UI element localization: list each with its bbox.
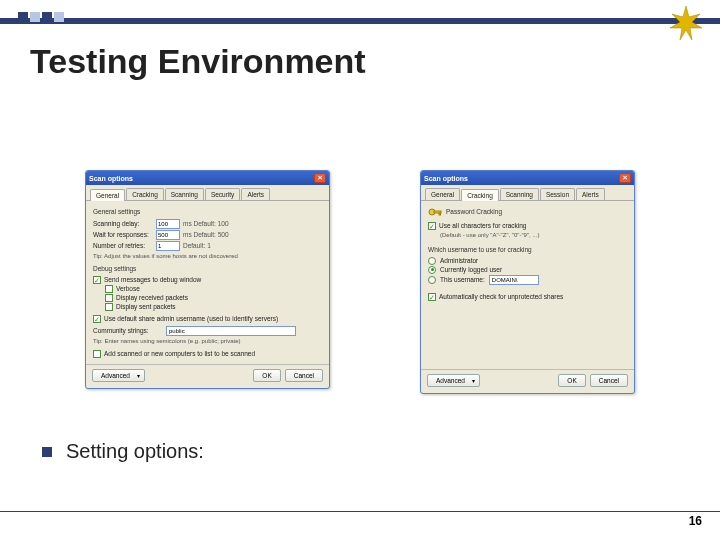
default-chars-note: (Default - use only "A"-"Z", "0"-"9", ..…: [440, 232, 627, 240]
wait-responses-label: Wait for responses:: [93, 231, 153, 239]
advanced-button[interactable]: Advanced: [92, 369, 145, 382]
cancel-button[interactable]: Cancel: [590, 374, 628, 387]
tab-general[interactable]: General: [425, 188, 460, 200]
community-strings-input[interactable]: [166, 326, 296, 336]
svg-marker-0: [670, 6, 702, 40]
page-number: 16: [689, 514, 702, 528]
tab-cracking[interactable]: Cracking: [126, 188, 164, 200]
checkbox-auto-check[interactable]: ✓: [428, 293, 436, 301]
scanning-delay-hint: ms Default: 100: [183, 220, 229, 228]
logo-icon: [662, 4, 710, 46]
advanced-button[interactable]: Advanced: [427, 374, 480, 387]
titlebar[interactable]: Scan options ×: [86, 171, 329, 185]
checkbox-add-scanned[interactable]: [93, 350, 101, 358]
key-icon: [428, 206, 442, 218]
checkbox-add-scanned-label: Add scanned or new computers to list to …: [104, 350, 255, 358]
radio-current-user-label: Currently logged user: [440, 266, 502, 274]
bullet-icon: [42, 447, 52, 457]
scan-options-dialog-cracking: Scan options × General Cracking Scanning…: [420, 170, 635, 394]
radio-this-username-label: This username:: [440, 276, 485, 284]
tab-security[interactable]: Security: [205, 188, 240, 200]
checkbox-use-share-label: Use default share admin username (used t…: [104, 315, 278, 323]
retries-label: Number of retries:: [93, 242, 153, 250]
cancel-button[interactable]: Cancel: [285, 369, 323, 382]
checkbox-display-received[interactable]: [105, 294, 113, 302]
checkbox-use-share[interactable]: ✓: [93, 315, 101, 323]
tab-session[interactable]: Session: [540, 188, 575, 200]
titlebar[interactable]: Scan options ×: [421, 171, 634, 185]
tab-scanning[interactable]: Scanning: [500, 188, 539, 200]
dialog-title: Scan options: [89, 175, 133, 182]
checkbox-display-sent-label: Display sent packets: [116, 303, 176, 311]
checkbox-display-sent[interactable]: [105, 303, 113, 311]
checkbox-auto-check-label: Automatically check for unprotected shar…: [439, 293, 563, 301]
radio-this-username[interactable]: [428, 276, 436, 284]
checkbox-verbose-label: Verbose: [116, 285, 140, 293]
tab-scanning[interactable]: Scanning: [165, 188, 204, 200]
wait-responses-input[interactable]: [156, 230, 180, 240]
checkbox-all-chars[interactable]: ✓: [428, 222, 436, 230]
radio-administrator-label: Administrator: [440, 257, 478, 265]
wait-responses-hint: ms Default: 500: [183, 231, 229, 239]
community-strings-label: Community strings:: [93, 327, 163, 335]
tab-cracking[interactable]: Cracking: [461, 189, 499, 201]
checkbox-all-chars-label: Use all characters for cracking: [439, 222, 526, 230]
footer-line: [0, 511, 720, 512]
tab-alerts[interactable]: Alerts: [241, 188, 270, 200]
close-icon[interactable]: ×: [314, 173, 326, 183]
password-cracking-title: Password Cracking: [446, 208, 502, 216]
tip-community: Tip: Enter names using semicolons (e.g. …: [93, 338, 322, 346]
checkbox-send-debug[interactable]: ✓: [93, 276, 101, 284]
slide-title: Testing Environment: [30, 42, 366, 81]
this-username-input[interactable]: [489, 275, 539, 285]
scan-options-dialog-general: Scan options × General Cracking Scanning…: [85, 170, 330, 389]
dialog-title: Scan options: [424, 175, 468, 182]
tab-alerts[interactable]: Alerts: [576, 188, 605, 200]
checkbox-send-debug-label: Send messages to debug window: [104, 276, 201, 284]
close-icon[interactable]: ×: [619, 173, 631, 183]
retries-hint: Default: 1: [183, 242, 211, 250]
tabs: General Cracking Scanning Session Alerts: [421, 185, 634, 201]
button-row: Advanced OK Cancel: [86, 364, 329, 388]
scanning-delay-label: Scanning delay:: [93, 220, 153, 228]
scanning-delay-input[interactable]: [156, 219, 180, 229]
header-squares: [18, 12, 64, 22]
radio-current-user[interactable]: [428, 266, 436, 274]
checkbox-verbose[interactable]: [105, 285, 113, 293]
bullet-text: Setting options:: [66, 440, 204, 463]
retries-input[interactable]: [156, 241, 180, 251]
general-settings-title: General settings: [93, 208, 322, 216]
header-band: [0, 18, 720, 24]
ok-button[interactable]: OK: [558, 374, 585, 387]
radio-administrator[interactable]: [428, 257, 436, 265]
tabs: General Cracking Scanning Security Alert…: [86, 185, 329, 201]
bullet-item: Setting options:: [42, 440, 204, 463]
checkbox-display-received-label: Display received packets: [116, 294, 188, 302]
button-row: Advanced OK Cancel: [421, 369, 634, 393]
tip-adjust: Tip: Adjust the values if some hosts are…: [93, 253, 322, 261]
ok-button[interactable]: OK: [253, 369, 280, 382]
debug-settings-title: Debug settings: [93, 265, 322, 273]
tab-general[interactable]: General: [90, 189, 125, 201]
which-username-label: Which username to use for cracking: [428, 246, 627, 254]
svg-rect-3: [439, 213, 441, 215]
